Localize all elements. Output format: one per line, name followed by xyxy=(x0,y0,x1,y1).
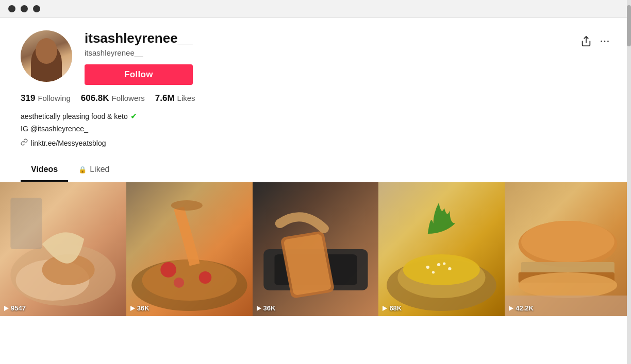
svg-point-24 xyxy=(432,271,435,274)
count-label-5: 42.2K xyxy=(516,304,534,312)
svg-point-25 xyxy=(443,263,445,265)
tab-videos-label: Videos xyxy=(31,165,58,174)
likes-label: Likes xyxy=(177,94,195,102)
following-count: 319 xyxy=(21,93,35,103)
play-icon-4 xyxy=(383,306,387,311)
profile-handle: itsashleyrenee__ xyxy=(85,48,193,57)
username-display: itsashleyrenee__ xyxy=(85,30,193,46)
svg-point-30 xyxy=(519,272,618,298)
followers-label: Followers xyxy=(112,94,145,102)
window-dot-2 xyxy=(21,5,28,12)
tab-videos[interactable]: Videos xyxy=(21,160,68,182)
avatar xyxy=(21,30,72,82)
count-label-2: 36K xyxy=(137,304,150,312)
svg-point-1 xyxy=(601,41,602,42)
video-count-4: 68K xyxy=(383,304,402,312)
more-icon[interactable] xyxy=(599,36,610,49)
video-count-1: 9547 xyxy=(4,304,26,312)
bio-link-row: linktr.ee/Messyeatsblog xyxy=(21,138,610,147)
video-card-2[interactable]: 36K xyxy=(126,182,253,316)
share-icon[interactable] xyxy=(580,36,592,49)
video-card-4[interactable]: 68K xyxy=(378,182,505,316)
svg-point-23 xyxy=(449,267,452,270)
window-dot-3 xyxy=(33,5,40,12)
play-icon-1 xyxy=(4,306,9,311)
bio-line-1: aesthetically pleasing food & keto ✔ xyxy=(21,110,610,123)
link-icon xyxy=(21,138,28,147)
tab-liked[interactable]: 🔒 Liked xyxy=(68,160,120,182)
svg-point-13 xyxy=(171,200,202,211)
videos-grid: 9547 36K xyxy=(0,182,631,316)
window-dot-1 xyxy=(8,5,15,12)
profile-section: itsashleyrenee__ itsashleyrenee__ Follow xyxy=(0,18,631,85)
verified-checkmark: ✔ xyxy=(130,110,137,123)
stats-row: 319 Following 606.8K Followers 7.6M Like… xyxy=(0,85,631,103)
following-label: Following xyxy=(38,94,70,102)
tab-liked-label: Liked xyxy=(90,165,109,174)
scrollbar-thumb[interactable] xyxy=(627,5,631,46)
svg-point-27 xyxy=(521,221,615,262)
top-bar xyxy=(0,0,631,18)
lock-icon: 🔒 xyxy=(78,166,87,174)
followers-stat: 606.8K Followers xyxy=(81,93,145,103)
video-thumb-1 xyxy=(0,182,126,316)
count-label-3: 36K xyxy=(263,304,276,312)
count-label-1: 9547 xyxy=(11,304,26,312)
play-icon-5 xyxy=(509,306,513,311)
profile-actions xyxy=(580,36,610,49)
scrollbar-track[interactable] xyxy=(627,0,631,364)
video-card-1[interactable]: 9547 xyxy=(0,182,126,316)
video-card-5[interactable]: 42.2K xyxy=(505,182,631,316)
svg-point-11 xyxy=(199,271,211,284)
follow-button[interactable]: Follow xyxy=(85,64,193,85)
video-thumb-2 xyxy=(126,182,253,316)
following-stat: 319 Following xyxy=(21,93,71,103)
svg-point-2 xyxy=(604,41,606,42)
svg-point-9 xyxy=(142,259,237,301)
likes-count: 7.6M xyxy=(155,93,175,103)
video-thumb-4 xyxy=(378,182,505,316)
avatar-image xyxy=(21,30,72,82)
bio-link[interactable]: linktr.ee/Messyeatsblog xyxy=(31,139,106,147)
bio-text-1: aesthetically pleasing food & keto xyxy=(21,111,128,122)
video-count-2: 36K xyxy=(130,304,150,312)
video-thumb-3 xyxy=(253,182,379,316)
likes-stat: 7.6M Likes xyxy=(155,93,195,103)
video-thumb-5 xyxy=(505,182,631,316)
video-count-5: 42.2K xyxy=(509,304,534,312)
play-icon-2 xyxy=(130,306,135,311)
svg-point-21 xyxy=(426,266,429,269)
video-count-3: 36K xyxy=(257,304,276,312)
bio-line-2: IG @itsashleyrenee_ xyxy=(21,123,610,134)
svg-rect-7 xyxy=(10,198,42,249)
bio-text-2: IG @itsashleyrenee_ xyxy=(21,123,88,134)
followers-count: 606.8K xyxy=(81,93,109,103)
tabs-row: Videos 🔒 Liked xyxy=(0,147,631,182)
svg-point-3 xyxy=(607,41,609,42)
play-icon-3 xyxy=(257,306,261,311)
bio-section: aesthetically pleasing food & keto ✔ IG … xyxy=(0,103,631,147)
video-card-3[interactable]: 36K xyxy=(253,182,379,316)
profile-info: itsashleyrenee__ itsashleyrenee__ Follow xyxy=(85,30,610,85)
svg-point-12 xyxy=(174,278,184,288)
svg-point-22 xyxy=(437,263,440,266)
svg-point-10 xyxy=(160,262,176,278)
svg-point-20 xyxy=(403,254,480,285)
count-label-4: 68K xyxy=(389,304,402,312)
